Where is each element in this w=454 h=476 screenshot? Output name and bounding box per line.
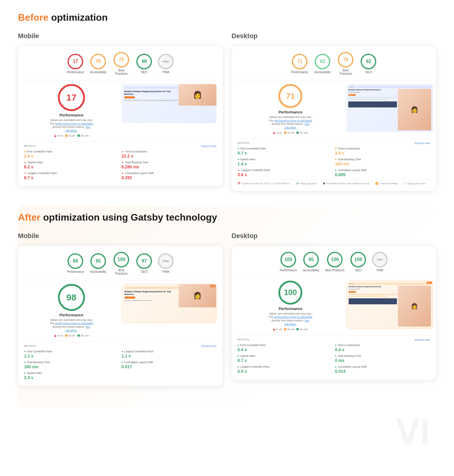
d-metrics-label: METRICS [238,142,250,144]
before-mobile-title: Mobile [18,32,222,40]
d-metric-tti: ■ Time to Interactive 3.9 s [335,147,430,155]
before-desktop-col: Desktop 71 Performance 83 Accessibility … [232,32,436,191]
d-score-circle-acc: 83 [315,54,330,69]
metric-tbt: ▲ Total Blocking Time 6,280 ms [122,161,217,169]
d-score-label-perf: Performance [291,71,308,74]
after-desktop-metrics-grid: ● First Contentful Paint 0.4 s ● Time to… [238,344,430,374]
am-metric-fcp: ● First Contentful Paint 1.1 s [24,350,119,358]
after-columns: Mobile 98 Performance 95 Accessibility 1… [18,232,436,386]
score-label-bp: Best Practices [112,69,130,75]
ad-score-perf: 100 Performance [280,252,297,272]
before-desktop-title: Desktop [232,32,436,40]
after-mobile-scores: 98 Performance 95 Accessibility 100 Best… [24,252,216,275]
after-desktop-thumb: Reliable Software Engineering Partner fo… [347,281,433,329]
after-mobile-perf-title: Performance [59,313,83,317]
ad-expand-link[interactable]: Expand view [415,338,430,341]
am-score-bp: 100 Best Practices [112,252,130,275]
after-mobile-main: 98 Performance Values are estimated and … [24,284,216,337]
after-normal: optimization using Gatsby technology [41,212,217,223]
before-mobile-metrics: METRICS Expand view ■ First Contentful P… [24,141,216,180]
ad-score-bp: 100 Best Practices [325,252,344,272]
d-score-circle-perf: 71 [292,54,307,69]
ad-circle-acc: 95 [303,252,319,267]
ad-metric-fcp: ● First Contentful Paint 0.4 s [238,344,333,352]
after-desktop-main: 100 Performance Values are estimated and… [238,281,430,331]
before-mobile-metrics-header: METRICS Expand view [24,145,216,148]
after-highlight: After [18,212,41,223]
captured-emulated: 💻 Emulated Desktop with Lighthouse 9.6.8 [322,182,369,185]
legend-0-49: 0–49 [54,134,63,137]
d-score-item-acc: 83 Accessibility [314,54,331,74]
after-mobile-thumb: Reliable Software Engineering Partner fo… [122,284,217,323]
d-expand-view-link[interactable]: Expand view [415,142,430,145]
after-desktop-title: Desktop [232,232,436,240]
score-circle-seo: 98 [136,54,152,69]
before-desktop-scores: 71 Performance 83 Accessibility 75 Best … [238,52,430,75]
before-mobile-metrics-grid: ■ First Contentful Paint 2.6 s ▲ Time to… [24,150,216,180]
before-desktop-main: 71 Performance Values are estimated and … [238,84,430,134]
captured-custom: 📶 Custom throttling [375,182,397,185]
d-metric-si: ● Speed Index 1.4 s [238,158,333,166]
after-title: After optimization using Gatsby technolo… [18,212,436,223]
score-label-pwa: PWA [162,71,169,74]
d-score-item-seo: 92 SEO [361,54,376,74]
d-score-label-bp: Best Practices [337,69,355,75]
score-item-acc: 78 Accessibility [90,54,106,74]
metric-cls: ▲ Cumulative Layout Shift 0.292 [122,172,217,180]
before-desktop-legend: 0–49 50–89 90–100 [273,131,308,134]
after-mobile-col: Mobile 98 Performance 95 Accessibility 1… [18,232,222,386]
before-mobile-perf-desc: Values are estimated and may vary. The p… [47,119,95,133]
score-label-seo: SEO [141,71,147,74]
ad-score-acc: 95 Accessibility [303,252,319,272]
after-desktop-metrics-header: METRICS Expand view [238,338,430,341]
before-desktop-perf: 71 Performance Values are estimated and … [238,84,344,134]
calc-link[interactable]: See calculator. [65,125,90,132]
before-desktop-thumb: Reliable Software Engineering Partner fo… [347,84,433,132]
captured-single: 📄 Single page load [404,182,425,185]
score-circle-pwa: PWA [158,54,174,69]
before-mobile-legend: 0–49 50–89 90–100 [54,134,89,137]
d-score-circle-bp: 75 [338,52,353,68]
ad-circle-seo: 100 [350,252,366,267]
after-desktop-metrics: METRICS Expand view ● First Contentful P… [238,335,430,374]
after-desktop-legend: 0–49 50–89 90–100 [273,328,308,331]
am-circle-bp: 100 [114,252,129,267]
after-mobile-metrics: METRICS Expand view ● First Contentful P… [24,341,216,380]
score-item-perf: 17 Performance [67,54,84,74]
expand-view-link[interactable]: Expand view [201,145,216,148]
am-score-acc: 95 Accessibility [90,253,106,273]
am-metric-si: ● Speed Index 2.3 s [24,372,119,380]
ad-metric-tbt: ● Total Blocking Time 0 ms [335,354,430,363]
am-metric-tbt: ● Total Blocking Time 160 ms [24,361,119,369]
before-mobile-perf-title: Performance [59,113,83,117]
after-desktop-perf: 100 Performance Values are estimated and… [238,281,344,331]
ad-metrics-label: METRICS [238,338,250,341]
before-mobile-col: Mobile 17 Performance 78 Accessibility 7… [18,32,222,191]
captured-bar: 📅 Captured on Nov 18, 2022, 11:27 AM GMT… [238,179,430,185]
score-item-bp: 75 Best Practices [112,52,130,75]
score-label-acc: Accessibility [90,71,106,74]
d-metric-tbt: ■ Total Blocking Time 160 ms [335,158,430,166]
ad-circle-perf: 100 [280,252,296,267]
score-item-pwa: PWA PWA [158,54,174,74]
before-mobile-thumb: Reliable Software Engineering Partner fo… [122,84,217,123]
ad-metric-lcp: ● Largest Contentful Paint 0.5 s [238,365,333,374]
captured-date: 📅 Captured on Nov 18, 2022, 11:27 AM GMT… [238,182,290,185]
watermark: VI [396,411,430,419]
d-score-item-perf: 71 Performance [291,54,308,74]
before-desktop-metrics-header: METRICS Expand view [238,142,430,145]
after-desktop-perf-desc: Values are estimated and may vary. The p… [266,312,314,326]
before-columns: Mobile 17 Performance 78 Accessibility 7… [18,32,436,191]
metric-si: ▲ Speed Index 6.2 s [24,161,119,169]
perf-score-link[interactable]: performance score is calculated [55,122,93,125]
before-desktop-metrics: METRICS Expand view ● First Contentful P… [238,138,430,185]
metric-lcp: ▲ Largest Contentful Paint 8.7 s [24,172,119,180]
after-mobile-metrics-grid: ● First Contentful Paint 1.1 s ● Largest… [24,350,216,380]
am-expand-link[interactable]: Expand view [201,345,216,348]
after-mobile-legend: 0–49 50–89 90–100 [54,334,89,337]
metric-fcp: ■ First Contentful Paint 2.6 s [24,150,119,158]
ad-score-seo: 100 SEO [350,252,366,272]
ad-metric-cls: ● Cumulative Layout Shift 0.014 [335,365,430,374]
am-score-pwa: PWA PWA [158,253,174,273]
before-mobile-scores: 17 Performance 78 Accessibility 75 Best … [24,52,216,75]
